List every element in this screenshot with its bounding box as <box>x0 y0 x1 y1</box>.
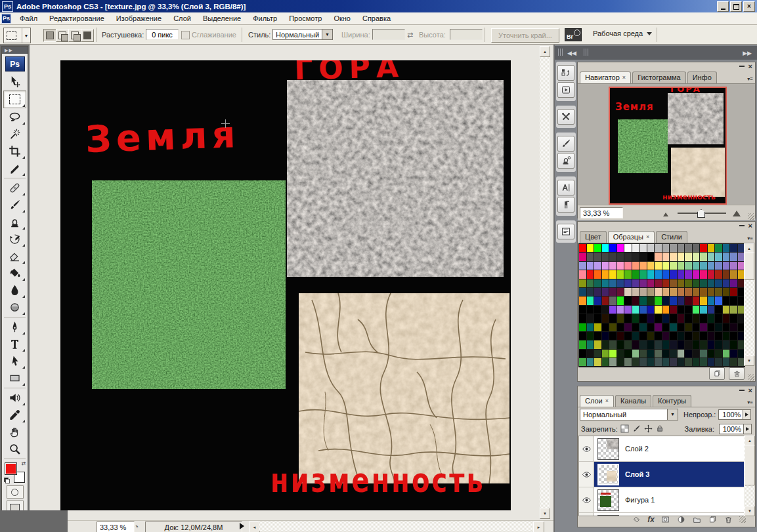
swatch[interactable] <box>715 350 722 358</box>
swatch[interactable] <box>685 340 692 348</box>
swatch[interactable] <box>715 279 722 287</box>
collapse-right-icon[interactable]: ▶▶ <box>743 50 752 56</box>
swatch[interactable] <box>617 288 624 296</box>
swatch[interactable] <box>647 323 655 331</box>
swatch[interactable] <box>723 270 730 278</box>
lock-pixels-button[interactable] <box>632 424 641 434</box>
close-panel-icon[interactable]: × <box>748 388 752 393</box>
new-layer-icon[interactable] <box>708 515 718 524</box>
visibility-toggle[interactable] <box>579 462 594 487</box>
dock-header[interactable]: ◀◀ ▶▶ <box>555 46 757 60</box>
swatch[interactable] <box>715 332 722 340</box>
swatch[interactable] <box>594 340 601 348</box>
restore-button[interactable] <box>730 1 742 12</box>
swatch[interactable] <box>662 279 670 287</box>
close-tab-icon[interactable]: × <box>646 234 649 240</box>
swatch[interactable] <box>617 306 624 314</box>
resize-grip[interactable] <box>748 213 754 220</box>
swatch[interactable] <box>639 340 647 348</box>
swatch[interactable] <box>587 288 594 296</box>
new-group-icon[interactable] <box>692 515 702 524</box>
zoom-field[interactable]: 33,33 % <box>97 522 135 532</box>
swatch[interactable] <box>602 279 609 287</box>
swatch[interactable] <box>670 306 677 314</box>
layer-row-1[interactable]: Слой 3 <box>579 462 745 487</box>
navigator-zoom-slider[interactable] <box>678 213 726 214</box>
swatch[interactable] <box>730 297 737 304</box>
scroll-thumb[interactable] <box>745 445 755 485</box>
swatch[interactable] <box>678 340 685 348</box>
swatch[interactable] <box>617 262 624 270</box>
swatch[interactable] <box>602 314 609 322</box>
swatch[interactable] <box>579 270 586 278</box>
swatch[interactable] <box>693 350 700 358</box>
workspace-button[interactable]: Рабочая среда <box>593 30 652 37</box>
swatch[interactable] <box>662 253 670 260</box>
panel-menu-icon[interactable]: ▾≡ <box>747 235 753 241</box>
width-input[interactable] <box>372 29 405 40</box>
swatch[interactable] <box>693 332 700 340</box>
swatch[interactable] <box>639 288 647 296</box>
swatch[interactable] <box>700 340 707 348</box>
swatch[interactable] <box>708 332 715 340</box>
swatch[interactable] <box>708 279 715 287</box>
swatch[interactable] <box>655 297 662 304</box>
selection-mode-new[interactable] <box>43 29 56 42</box>
swatch[interactable] <box>685 279 692 287</box>
swatch[interactable] <box>632 332 639 340</box>
path-select-tool[interactable] <box>4 353 26 369</box>
swatches-scrollbar[interactable]: ▲ ▼ <box>744 243 754 366</box>
swatch[interactable] <box>730 350 737 358</box>
swatch[interactable] <box>632 262 639 270</box>
scroll-down-button[interactable]: ▼ <box>744 356 754 366</box>
swatches-tab-1[interactable]: Образцы× <box>608 231 655 243</box>
swatch[interactable] <box>655 306 662 314</box>
slider-arrow-icon[interactable] <box>743 424 751 434</box>
swatch[interactable] <box>708 253 715 260</box>
swatch[interactable] <box>617 332 624 340</box>
swatch[interactable] <box>647 350 655 358</box>
swatch[interactable] <box>708 306 715 314</box>
minimize-panel-icon[interactable] <box>739 390 745 391</box>
swatch[interactable] <box>670 350 677 358</box>
delete-swatch-button[interactable] <box>729 367 745 380</box>
link-layers-icon[interactable] <box>632 515 641 524</box>
close-tab-icon[interactable]: × <box>605 398 609 404</box>
swatch[interactable] <box>670 253 677 260</box>
swatch[interactable] <box>617 253 624 260</box>
style-select[interactable]: Нормальный ▼ <box>272 29 333 40</box>
layers-tab-2[interactable]: Контуры <box>653 395 691 407</box>
swatch[interactable] <box>647 314 655 322</box>
swap-colors-icon[interactable]: ⇄ <box>22 461 26 466</box>
swatch[interactable] <box>655 270 662 278</box>
swatch[interactable] <box>662 288 670 296</box>
swatch[interactable] <box>624 279 632 287</box>
selection-mode-subtract[interactable] <box>68 29 81 42</box>
swatch[interactable] <box>587 262 594 270</box>
zoom-tool[interactable] <box>4 441 26 457</box>
swatch[interactable] <box>647 340 655 348</box>
swatch[interactable] <box>670 244 677 252</box>
swatch[interactable] <box>708 350 715 358</box>
panel-icon-clone-source[interactable] <box>557 153 574 169</box>
swatch[interactable] <box>579 253 586 260</box>
swatch[interactable] <box>678 306 685 314</box>
default-colors-icon[interactable] <box>4 478 10 483</box>
minimize-panel-icon[interactable] <box>739 225 745 226</box>
canvas[interactable]: ГОРА Земля низменность <box>60 60 511 510</box>
swatch[interactable] <box>609 288 616 296</box>
quick-mask-button[interactable] <box>7 485 24 499</box>
swatch[interactable] <box>632 270 639 278</box>
swatch[interactable] <box>609 270 616 278</box>
panel-menu-icon[interactable]: ▾≡ <box>747 76 753 82</box>
swatch[interactable] <box>715 306 722 314</box>
swatch[interactable] <box>662 314 670 322</box>
swatch[interactable] <box>639 270 647 278</box>
swatch[interactable] <box>594 297 601 304</box>
swatch[interactable] <box>617 340 624 348</box>
swatch[interactable] <box>647 306 655 314</box>
swatch[interactable] <box>700 262 707 270</box>
swatch[interactable] <box>662 340 670 348</box>
swatch[interactable] <box>632 244 639 252</box>
panel-icon-history[interactable] <box>557 65 574 81</box>
